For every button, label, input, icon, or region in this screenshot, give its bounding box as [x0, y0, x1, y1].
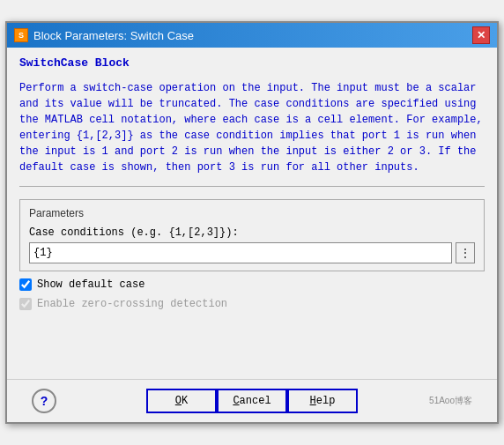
spacer	[19, 317, 485, 370]
button-bar: ? OK Cancel Help 51Aoo博客	[7, 379, 497, 422]
show-default-case-row: Show default case	[19, 278, 485, 291]
watermark: 51Aoo博客	[429, 395, 472, 407]
separator-1	[19, 186, 485, 187]
case-conditions-dots-button[interactable]: ⋮	[456, 242, 475, 263]
case-conditions-row: ⋮	[29, 242, 475, 263]
dialog-body: SwitchCase Block Perform a switch-case o…	[7, 48, 497, 379]
ok-button[interactable]: OK	[146, 389, 217, 413]
window-icon: S	[14, 28, 28, 42]
block-title: SwitchCase Block	[19, 56, 485, 70]
case-conditions-label: Case conditions (e.g. {1,[2,3]}):	[29, 226, 475, 239]
show-default-case-checkbox[interactable]	[19, 278, 32, 291]
cancel-button[interactable]: Cancel	[217, 389, 287, 413]
enable-zero-crossing-checkbox[interactable]	[19, 298, 32, 310]
parameters-label: Parameters	[29, 207, 475, 219]
case-conditions-input[interactable]	[29, 242, 452, 263]
close-button[interactable]: ✕	[472, 26, 490, 44]
enable-zero-crossing-row: Enable zero-crossing detection	[19, 298, 485, 310]
dialog-window: S Block Parameters: Switch Case ✕ Switch…	[5, 21, 499, 424]
title-bar-left: S Block Parameters: Switch Case	[14, 28, 194, 42]
window-title: Block Parameters: Switch Case	[33, 29, 194, 42]
enable-zero-crossing-label: Enable zero-crossing detection	[37, 298, 227, 310]
help-icon-button[interactable]: ?	[32, 389, 56, 413]
help-button[interactable]: Help	[287, 389, 358, 413]
title-bar: S Block Parameters: Switch Case ✕	[7, 23, 497, 48]
block-description: Perform a switch-case operation on the i…	[19, 80, 485, 175]
button-wrapper: ? OK Cancel Help 51Aoo博客	[19, 389, 485, 413]
show-default-case-label[interactable]: Show default case	[37, 278, 145, 291]
parameters-group: Parameters Case conditions (e.g. {1,[2,3…	[19, 199, 485, 271]
